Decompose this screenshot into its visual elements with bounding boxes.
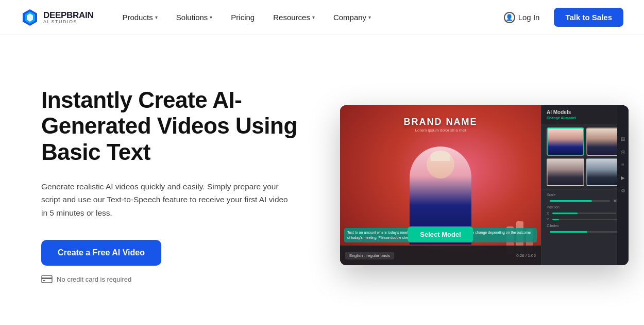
brand-sub-overlay: Lorem ipsum dolor sit a met — [415, 128, 466, 133]
no-credit-label: No credit card is required — [57, 275, 131, 283]
svg-rect-5 — [43, 280, 45, 281]
logo-icon — [21, 8, 39, 27]
nav-company[interactable]: Company ▾ — [325, 9, 379, 26]
z-index-control: Z-Index — [547, 224, 623, 228]
video-preview: BRAND NAME Lorem ipsum dolor sit a met — [340, 105, 541, 265]
logo-ai-studios: AI STUDIOS — [43, 20, 93, 24]
nav-pricing-label: Pricing — [231, 13, 255, 22]
sidebar-controls: Scale 100 % Position — [541, 190, 629, 239]
z-slider-row: 0 — [547, 230, 623, 234]
z-slider[interactable] — [550, 231, 618, 233]
credit-card-icon — [41, 275, 53, 283]
pos-x-row: X 24 — [547, 212, 623, 215]
no-credit-card-note: No credit card is required — [41, 275, 309, 283]
nav-solutions[interactable]: Solutions ▾ — [168, 9, 221, 26]
strip-icon-4[interactable]: ▶ — [621, 175, 625, 181]
pos-x-fill — [552, 213, 578, 214]
logo-deepbrain: DEEPBRAIN — [43, 11, 93, 20]
position-label: Position — [547, 205, 560, 209]
pos-y-fill — [552, 219, 559, 220]
z-index-label: Z-Index — [547, 224, 559, 228]
nav-company-label: Company — [333, 13, 366, 22]
scale-slider-fill — [550, 200, 592, 202]
nav-products[interactable]: Products ▾ — [114, 9, 165, 26]
hero-left: Instantly Create AI-Generated Videos Usi… — [41, 87, 309, 283]
nav-resources-label: Resources — [273, 13, 310, 22]
language-selector[interactable]: English - regular basis — [345, 252, 394, 259]
video-toolbar: English - regular basis 0:26 / 1:06 — [340, 246, 541, 265]
scale-slider[interactable] — [550, 200, 610, 202]
svg-rect-4 — [42, 278, 52, 279]
change-model-link[interactable]: Change AI model — [547, 116, 623, 120]
model-thumb-3[interactable] — [547, 158, 584, 186]
ai-model-hair — [431, 151, 450, 161]
brand-name-overlay: BRAND NAME — [404, 117, 478, 127]
model-thumb-1[interactable] — [547, 127, 584, 156]
product-mockup: BRAND NAME Lorem ipsum dolor sit a met — [340, 105, 629, 265]
sidebar-title: AI Models Change AI model — [541, 105, 629, 124]
select-model-button[interactable]: Select Model — [408, 226, 473, 242]
hero-subtext: Generate realistic AI videos quickly and… — [41, 180, 289, 220]
pos-y-slider[interactable] — [552, 219, 618, 220]
hero-section: Instantly Create AI-Generated Videos Usi… — [0, 35, 644, 325]
chevron-down-icon: ▾ — [210, 14, 212, 20]
hero-right: BRAND NAME Lorem ipsum dolor sit a met — [340, 105, 629, 265]
nav-pricing[interactable]: Pricing — [223, 9, 263, 26]
user-icon: 👤 — [504, 12, 515, 23]
model-grid — [547, 127, 623, 186]
scale-label: Scale — [547, 193, 556, 197]
position-control: Position — [547, 205, 623, 209]
pos-x-label: X — [547, 212, 549, 215]
strip-icon-3[interactable]: ≡ — [621, 162, 624, 168]
ai-models-sidebar: AI Models Change AI model — [541, 105, 629, 265]
nav-products-label: Products — [122, 13, 152, 22]
mockup-main: BRAND NAME Lorem ipsum dolor sit a met — [340, 105, 629, 265]
create-free-video-button[interactable]: Create a Free AI Video — [41, 240, 161, 266]
video-time: 0:26 / 1:06 — [516, 253, 536, 258]
right-icon-strip: ⊞ ◎ ≡ ▶ ⚙ — [617, 105, 629, 265]
nav-links: Products ▾ Solutions ▾ Pricing Resources… — [114, 9, 497, 26]
strip-icon-5[interactable]: ⚙ — [621, 188, 625, 193]
scale-control: Scale — [547, 193, 623, 197]
login-label: Log In — [518, 13, 540, 22]
logo-text: DEEPBRAIN AI STUDIOS — [43, 11, 93, 24]
nav-resources[interactable]: Resources ▾ — [265, 9, 323, 26]
ai-model-head — [427, 151, 454, 178]
nav-right: 👤 Log In Talk to Sales — [498, 8, 623, 27]
nav-solutions-label: Solutions — [176, 13, 208, 22]
chevron-down-icon: ▾ — [312, 14, 315, 20]
pos-y-row: Y 0 — [547, 218, 623, 221]
pos-x-slider[interactable] — [552, 213, 617, 214]
strip-icon-2[interactable]: ◎ — [621, 149, 625, 155]
scale-slider-row: 100 % — [547, 199, 623, 203]
login-button[interactable]: 👤 Log In — [498, 8, 546, 27]
chevron-down-icon: ▾ — [155, 14, 158, 20]
pos-y-label: Y — [547, 218, 549, 221]
chevron-down-icon: ▾ — [368, 14, 371, 20]
navbar: DEEPBRAIN AI STUDIOS Products ▾ Solution… — [0, 0, 644, 35]
hero-heading: Instantly Create AI-Generated Videos Usi… — [41, 87, 309, 166]
z-fill — [550, 231, 587, 233]
talk-to-sales-button[interactable]: Talk to Sales — [554, 8, 623, 27]
strip-icon-1[interactable]: ⊞ — [621, 136, 625, 142]
model-grid-section — [541, 124, 629, 190]
logo[interactable]: DEEPBRAIN AI STUDIOS — [21, 8, 93, 27]
